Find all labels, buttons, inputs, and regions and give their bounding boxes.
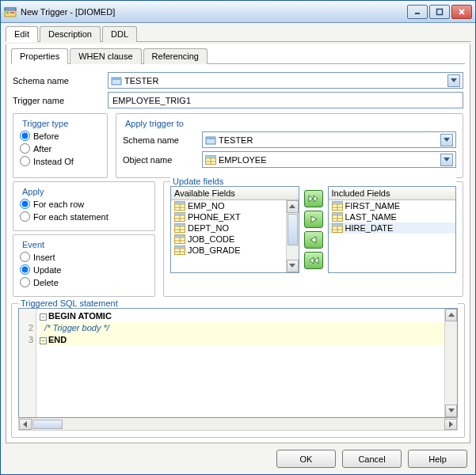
- svg-rect-1: [5, 8, 16, 10]
- sql-code[interactable]: −BEGIN ATOMIC /* Trigger body */−END: [36, 309, 457, 417]
- cancel-button[interactable]: Cancel: [342, 450, 402, 468]
- title-bar: New Trigger - [DIOMED]: [1, 1, 475, 23]
- move-left-button[interactable]: [304, 231, 323, 249]
- dropdown-icon: [447, 74, 460, 87]
- tab-description[interactable]: Description: [40, 26, 101, 42]
- schema-name-select[interactable]: TESTER: [108, 72, 463, 89]
- svg-rect-41: [175, 246, 185, 249]
- radio-instead-of[interactable]: Instead Of: [20, 156, 101, 166]
- tab-properties[interactable]: Properties: [11, 48, 68, 64]
- move-all-right-button[interactable]: [304, 190, 323, 207]
- line-gutter: 23: [19, 309, 36, 417]
- svg-rect-2: [6, 12, 9, 13]
- sql-vscroll[interactable]: [444, 309, 457, 417]
- included-fields-header: Included Fields: [329, 187, 456, 200]
- radio-after[interactable]: After: [20, 143, 101, 154]
- svg-rect-21: [175, 202, 185, 204]
- apply-schema-select[interactable]: TESTER: [202, 131, 456, 148]
- trigger-name-label: Trigger name: [13, 96, 108, 105]
- tab-when-clause[interactable]: WHEN clause: [70, 48, 141, 64]
- radio-insert[interactable]: Insert: [20, 252, 148, 262]
- radio-update[interactable]: Update: [20, 264, 148, 275]
- list-item[interactable]: JOB_CODE: [171, 234, 299, 245]
- object-name-label: Object name: [123, 155, 202, 165]
- list-item[interactable]: HIRE_DATE: [329, 222, 456, 234]
- radio-for-each-statement[interactable]: For each statement: [20, 211, 148, 222]
- svg-rect-26: [175, 213, 185, 215]
- list-item[interactable]: DEPT_NO: [171, 222, 299, 234]
- svg-rect-11: [206, 137, 215, 139]
- svg-rect-5: [437, 9, 443, 14]
- window-title: New Trigger - [DIOMED]: [21, 7, 407, 17]
- table-icon: [205, 155, 216, 165]
- radio-delete[interactable]: Delete: [20, 277, 148, 287]
- dropdown-icon: [440, 134, 453, 146]
- list-item[interactable]: LAST_NAME: [329, 211, 456, 222]
- move-all-left-button[interactable]: [304, 252, 323, 269]
- schema-icon: [111, 75, 122, 86]
- svg-rect-36: [175, 235, 185, 238]
- svg-rect-51: [332, 213, 342, 215]
- move-right-button[interactable]: [304, 211, 323, 228]
- tab-ddl[interactable]: DDL: [102, 26, 137, 42]
- close-button[interactable]: [451, 5, 472, 19]
- svg-rect-3: [10, 12, 14, 13]
- ok-button[interactable]: OK: [276, 450, 336, 468]
- trigger-name-input[interactable]: [108, 92, 463, 108]
- maximize-button[interactable]: [429, 5, 450, 19]
- scrollbar[interactable]: [286, 200, 299, 272]
- svg-rect-46: [332, 202, 342, 204]
- svg-rect-9: [112, 78, 121, 80]
- update-fields-legend: Update fields: [170, 177, 456, 186]
- dropdown-icon: [440, 154, 453, 166]
- apply-trigger-to-legend: Apply trigger to: [123, 119, 186, 128]
- schema-icon: [205, 135, 216, 146]
- list-item[interactable]: EMP_NO: [171, 200, 299, 211]
- apply-legend: Apply: [20, 187, 47, 196]
- sql-editor[interactable]: 23 −BEGIN ATOMIC /* Trigger body */−END: [18, 308, 458, 418]
- top-tabs: Edit Description DDL: [6, 25, 470, 42]
- svg-rect-16: [206, 155, 216, 158]
- included-fields-list[interactable]: Included Fields FIRST_NAMELAST_NAMEHIRE_…: [328, 186, 457, 273]
- sql-hscroll[interactable]: [18, 418, 458, 431]
- list-item[interactable]: FIRST_NAME: [329, 200, 456, 211]
- radio-before[interactable]: Before: [20, 131, 101, 141]
- event-legend: Event: [20, 240, 47, 249]
- available-fields-list[interactable]: Available Fields EMP_NOPHONE_EXTDEPT_NOJ…: [170, 186, 299, 273]
- list-item[interactable]: JOB_GRADE: [171, 245, 299, 256]
- available-fields-header: Available Fields: [171, 187, 299, 200]
- apply-schema-label: Schema name: [123, 135, 202, 145]
- schema-name-label: Schema name: [13, 76, 108, 86]
- tab-edit[interactable]: Edit: [6, 26, 38, 42]
- sub-tabs: Properties WHEN clause Referencing: [11, 48, 465, 64]
- svg-rect-56: [332, 224, 342, 226]
- list-item[interactable]: PHONE_EXT: [171, 211, 299, 222]
- help-button[interactable]: Help: [408, 450, 467, 468]
- trigger-type-legend: Trigger type: [20, 119, 70, 128]
- triggered-sql-legend: Triggered SQL statement: [18, 298, 458, 308]
- svg-rect-31: [175, 224, 185, 226]
- minimize-button[interactable]: [407, 5, 428, 19]
- tab-referencing[interactable]: Referencing: [143, 48, 208, 64]
- object-name-select[interactable]: EMPLOYEE: [202, 151, 456, 168]
- app-icon: [4, 6, 17, 18]
- radio-for-each-row[interactable]: For each row: [20, 199, 148, 209]
